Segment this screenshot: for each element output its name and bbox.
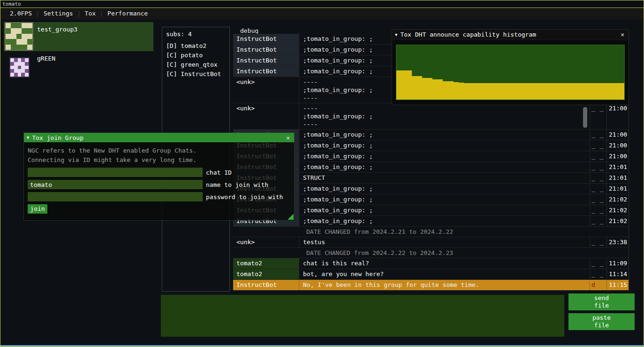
avatar-pixel (25, 73, 29, 77)
join-name-label: name to join with (206, 181, 268, 188)
message-timestamp: 21:00 (606, 130, 629, 140)
paste-file-button[interactable]: paste file (568, 313, 635, 330)
avatar-pixel (22, 39, 27, 44)
message-status-flags: _ _ (590, 216, 606, 226)
avatar-pixel (27, 45, 32, 50)
message-status-flags: _ _ (590, 173, 606, 183)
histogram-bar (588, 83, 593, 100)
subs-count-label: subs: 4 (162, 27, 229, 41)
message-author: InstructBot (233, 280, 299, 290)
histogram-bars (396, 45, 624, 100)
message-text: ;tomato_in_group: ; (299, 162, 590, 172)
avatar-pixel (10, 58, 14, 62)
join-button[interactable]: join (28, 204, 47, 214)
subs-member-item[interactable]: [C] green_qtox (162, 60, 229, 69)
histogram-bar (510, 83, 515, 100)
date-changed-row: DATE CHANGED from 2024.2.22 to 2024.2.23 (233, 248, 629, 258)
chat-id-field-row: chat ID (28, 168, 290, 177)
message-timestamp: 21:00 (606, 151, 629, 162)
avatar-pixel (14, 58, 18, 62)
chat-message-row[interactable]: <unk>----;tomato_in_group: ;----_ _21:00 (233, 103, 629, 130)
message-author: tomato2 (233, 269, 299, 279)
dht-histogram-plot (396, 45, 625, 100)
avatar-pixel (16, 45, 22, 50)
histogram-bar (557, 83, 562, 100)
histogram-bar (583, 83, 588, 100)
message-timestamp: 21:00 (606, 140, 629, 151)
message-timestamp: 21:02 (606, 216, 629, 226)
paste-file-button-label-line2: file (594, 322, 609, 329)
close-icon[interactable]: ✕ (619, 31, 626, 38)
join-password-input[interactable] (28, 192, 203, 201)
histogram-bar (417, 76, 422, 100)
message-author: <unk> (233, 237, 299, 247)
histogram-bar (541, 83, 546, 100)
chat-message-row[interactable]: <unk>testus_ _23:38 (233, 237, 629, 248)
histogram-bar (552, 83, 557, 100)
avatar-pixel (21, 58, 25, 62)
avatar-pixel (25, 66, 29, 69)
close-icon[interactable]: ✕ (285, 134, 291, 141)
avatar-pixel (21, 66, 25, 69)
collapse-arrow-icon[interactable]: ▼ (27, 133, 29, 142)
chat-id-input[interactable] (28, 168, 203, 177)
histogram-bar (464, 83, 469, 100)
avatar-pixel (14, 62, 18, 66)
join-name-input[interactable] (28, 180, 203, 189)
contact-name: test_group3 (37, 26, 77, 33)
send-file-button-label-line1: send (594, 294, 609, 302)
message-timestamp: 11:14 (606, 269, 629, 279)
subs-member-item[interactable]: [C] potato (162, 51, 229, 60)
dht-histogram-body (392, 40, 629, 105)
message-author: InstructBot (233, 55, 299, 66)
chat-message-row[interactable]: InstructBotNo, I've been in this group f… (233, 280, 629, 291)
histogram-bar (562, 83, 568, 100)
avatar-pixel (16, 28, 22, 33)
histogram-bar (573, 83, 578, 100)
tomato-app-window: { "window": { "title": "tomato" }, "menu… (0, 0, 644, 347)
message-text: No, I've been in this group for quite so… (299, 280, 590, 290)
join-group-description-line1: NGC refers to the New DHT enabled Group … (28, 146, 290, 155)
collapse-arrow-icon[interactable]: ▼ (395, 30, 397, 39)
histogram-bar (396, 70, 402, 100)
avatar-pixel (10, 69, 14, 73)
avatar-pixel (10, 73, 14, 77)
avatar-pixel (18, 66, 22, 69)
menu-settings[interactable]: Settings (38, 8, 79, 19)
histogram-bar (609, 83, 614, 100)
avatar-pixel (25, 69, 29, 73)
avatar-pixel (22, 34, 27, 39)
join-group-titlebar[interactable]: ▼ Tox join Group ✕ (24, 133, 294, 142)
chat-tab-debug[interactable]: debug (240, 27, 258, 34)
message-text: ;tomato_in_group: ; (299, 205, 590, 216)
avatar-pixel (21, 62, 25, 66)
subs-member-item[interactable]: [C] InstructBot (162, 69, 229, 79)
dht-histogram-titlebar[interactable]: ▼ Tox DHT announce capability histogram … (392, 30, 629, 40)
menu-tox[interactable]: Tox (79, 8, 101, 19)
message-text: chat is this real? (299, 258, 590, 269)
avatar-pixel (16, 39, 22, 44)
message-text: ;tomato_in_group: ; (299, 194, 590, 205)
histogram-bar (599, 83, 604, 100)
histogram-bar (443, 81, 448, 100)
avatar-pixel (11, 39, 16, 44)
message-text: ;tomato_in_group: ; (299, 130, 590, 140)
compose-input[interactable] (161, 295, 564, 337)
histogram-bar (568, 83, 573, 100)
subs-member-item[interactable]: [D] tomato2 (162, 41, 229, 51)
resize-grip-icon[interactable] (288, 214, 294, 220)
fps-counter: 2.0FPS (4, 8, 38, 19)
avatar-pixel (22, 45, 27, 50)
send-file-button[interactable]: send file (568, 293, 635, 310)
histogram-bar (495, 83, 500, 100)
avatar-pixel (11, 28, 16, 33)
chat-message-row[interactable]: tomato2bot, are you new here?_ _11:14 (233, 269, 629, 280)
avatar-pixel (6, 45, 11, 50)
menu-performance[interactable]: Performance (102, 8, 153, 19)
join-group-body: NGC refers to the New DHT enabled Group … (24, 142, 294, 217)
chat-message-row[interactable]: tomato2chat is this real?_ _11:09 (233, 258, 629, 269)
histogram-bar (531, 83, 536, 100)
chat-scrollbar-thumb[interactable] (583, 107, 587, 128)
os-window-titlebar[interactable]: tomato (0, 0, 644, 8)
histogram-bar (578, 83, 583, 100)
